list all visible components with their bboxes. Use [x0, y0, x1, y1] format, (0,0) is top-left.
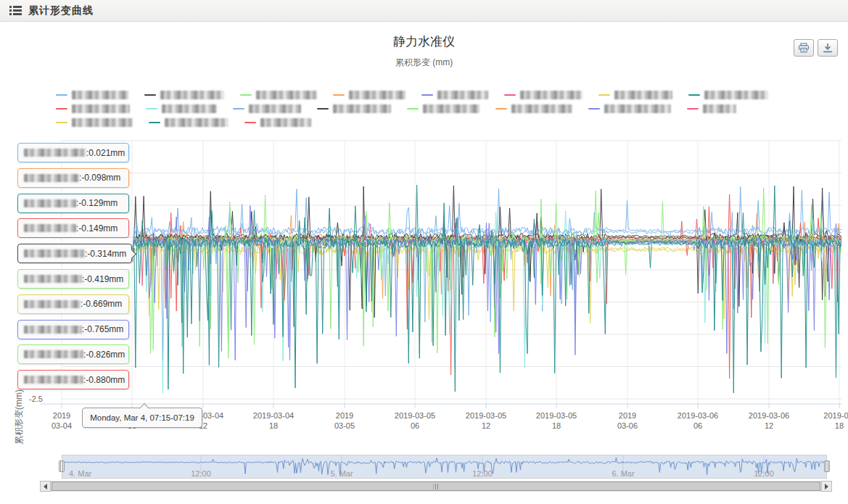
- legend-label-redacted: [614, 91, 672, 99]
- legend-item[interactable]: [56, 104, 130, 114]
- navigator-tick-label: 12:00: [191, 469, 211, 478]
- tooltip-point-box: :-0.669mm: [17, 294, 129, 314]
- tooltip-point-box: :0.021mm: [17, 143, 129, 162]
- legend-label-redacted: [72, 104, 130, 113]
- legend-item[interactable]: [588, 104, 671, 114]
- legend-item[interactable]: [317, 104, 391, 114]
- navigator[interactable]: 4. Mar12:005. Mar12:006. Mar12:00: [62, 455, 827, 479]
- tooltip-point-box: :-0.149mm: [17, 218, 129, 238]
- legend-label-redacted: [260, 118, 311, 127]
- navigator-handle-right[interactable]: [824, 460, 830, 472]
- legend-item[interactable]: [144, 90, 224, 100]
- tooltip-point-box: :-0.314mm: [17, 244, 132, 263]
- legend-item[interactable]: [146, 104, 217, 114]
- legend-label-redacted: [604, 104, 671, 113]
- tooltip-series-name-redacted: [24, 149, 86, 157]
- tooltip-value: :-0.419mm: [82, 274, 123, 284]
- legend-item[interactable]: [687, 104, 736, 114]
- legend-marker-icon: [333, 94, 345, 96]
- legend-marker-icon: [495, 108, 507, 110]
- tooltip-value: :-0.669mm: [81, 299, 122, 309]
- tooltip-value: :-0.098mm: [79, 173, 120, 183]
- legend-label-redacted: [511, 104, 572, 113]
- legend-label-redacted: [520, 91, 583, 99]
- tooltip-value: :-0.880mm: [83, 375, 125, 385]
- legend-marker-icon: [240, 94, 252, 96]
- legend-label-redacted: [423, 104, 479, 113]
- navigator-tick-label: 5. Mar: [330, 469, 353, 478]
- legend-item[interactable]: [149, 117, 229, 128]
- arrow-right-icon: [825, 484, 828, 489]
- tooltip-point-box: :-0.098mm: [17, 168, 129, 188]
- tooltip-point-box: :-0.826mm: [17, 344, 129, 364]
- tooltip-series-name-redacted: [24, 199, 76, 207]
- legend-label-redacted: [72, 118, 133, 127]
- scrollbar: [40, 481, 832, 492]
- legend: [56, 90, 792, 128]
- scroll-left-button[interactable]: [40, 481, 51, 492]
- navigator-tick-label: 12:00: [472, 469, 493, 478]
- legend-marker-icon: [504, 94, 516, 96]
- navigator-tick-label: 6. Mar: [612, 469, 634, 478]
- legend-label-redacted: [704, 91, 768, 99]
- download-button[interactable]: [818, 39, 838, 57]
- scrollbar-thumb[interactable]: [52, 482, 820, 491]
- legend-item[interactable]: [504, 90, 583, 100]
- legend-marker-icon: [56, 108, 67, 110]
- arrow-left-icon: [44, 484, 47, 489]
- legend-marker-icon: [233, 108, 244, 110]
- tooltip-series-name-redacted: [24, 300, 81, 308]
- legend-item[interactable]: [56, 90, 128, 100]
- legend-marker-icon: [149, 122, 160, 123]
- chart-title: 静力水准仪: [0, 33, 848, 50]
- legend-item[interactable]: [421, 90, 488, 100]
- legend-marker-icon: [56, 122, 67, 123]
- legend-item[interactable]: [333, 90, 406, 100]
- legend-item[interactable]: [598, 90, 672, 100]
- scrollbar-track[interactable]: [51, 481, 821, 492]
- navigator-handle-left[interactable]: [59, 460, 65, 472]
- print-button[interactable]: [794, 39, 814, 57]
- tooltip-point-box: :-0.880mm: [17, 370, 129, 389]
- tooltip-value: :-0.826mm: [83, 350, 125, 360]
- legend-label-redacted: [256, 91, 317, 99]
- navigator-tick-label: 4. Mar: [69, 469, 91, 478]
- tooltip-series-name-redacted: [24, 224, 76, 232]
- legend-item[interactable]: [56, 117, 133, 128]
- x-tick-label: 2019 03-05: [334, 410, 355, 431]
- legend-marker-icon: [56, 94, 67, 96]
- legend-label-redacted: [349, 91, 406, 99]
- scroll-right-button[interactable]: [821, 481, 832, 492]
- legend-marker-icon: [421, 94, 433, 96]
- legend-item[interactable]: [407, 104, 479, 114]
- scrollbar-grip-icon: [434, 484, 439, 489]
- legend-label-redacted: [72, 91, 128, 99]
- legend-marker-icon: [317, 108, 329, 110]
- tooltip-value: :0.021mm: [86, 148, 125, 158]
- legend-item[interactable]: [244, 117, 311, 128]
- printer-icon: [798, 43, 810, 53]
- legend-label-redacted: [333, 104, 391, 113]
- tooltip-value: :-0.314mm: [85, 249, 126, 259]
- legend-label-redacted: [437, 91, 488, 99]
- tooltip-point-box: :-0.419mm: [17, 269, 129, 289]
- x-tick-label: 2019-03-05 12: [466, 410, 506, 431]
- legend-item[interactable]: [233, 104, 301, 114]
- download-icon: [822, 43, 833, 53]
- legend-marker-icon: [598, 94, 610, 96]
- legend-item[interactable]: [688, 90, 768, 100]
- navigator-plot: [62, 455, 827, 479]
- legend-label-redacted: [703, 104, 736, 113]
- tooltip-date: Monday, Mar 4, 07:15-07:19: [82, 408, 202, 428]
- legend-label-redacted: [162, 104, 217, 113]
- tooltip-series-name-redacted: [24, 174, 79, 182]
- legend-marker-icon: [144, 94, 156, 96]
- tooltip-point-box: :-0.765mm: [17, 320, 129, 339]
- x-tick-label: 2019 03-04: [52, 410, 72, 431]
- chart-subtitle: 累积形变 (mm): [0, 57, 848, 69]
- x-tick-label: 2019-03-06 12: [749, 410, 789, 431]
- legend-item[interactable]: [240, 90, 317, 100]
- legend-item[interactable]: [495, 104, 572, 114]
- x-tick-label: 2019-03-05 18: [536, 410, 577, 431]
- list-icon[interactable]: [9, 6, 22, 15]
